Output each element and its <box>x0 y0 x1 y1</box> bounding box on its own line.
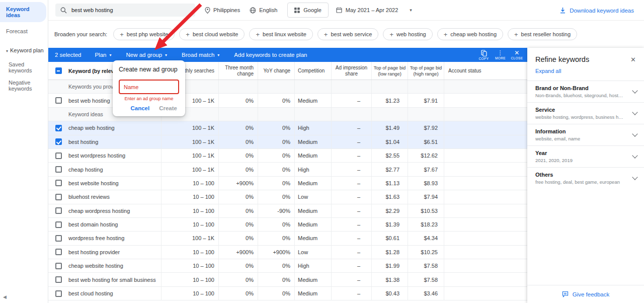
column-header-competition[interactable]: Competition <box>294 62 331 80</box>
sidebar-item-label: Keyword ideas <box>6 6 29 18</box>
refine-section[interactable]: Year 2021, 2020, 2019 <box>527 145 644 167</box>
sidebar-item[interactable]: Keyword plan <box>0 43 48 58</box>
row-checkbox[interactable] <box>55 194 62 200</box>
row-checkbox[interactable] <box>55 180 62 186</box>
create-button[interactable]: Create <box>159 105 177 111</box>
add-keywords-button[interactable]: Add keywords to create plan <box>234 52 307 58</box>
row-checkbox[interactable] <box>55 166 62 173</box>
keyword-search-box[interactable] <box>55 4 195 17</box>
competition-cell: Medium <box>294 273 331 286</box>
chevron-down-icon <box>632 109 637 115</box>
keyword-planner-app: Keyword ideas Forecast Keyword plan Save… <box>0 0 644 303</box>
copy-label: COPY <box>478 57 489 60</box>
close-selection-button[interactable]: ✕ CLOSE <box>509 50 525 60</box>
create-ad-group-dialog: Create new ad group Name Enter an ad gro… <box>113 60 185 116</box>
refine-section-title: Brand or Non-Brand <box>535 85 625 91</box>
row-checkbox[interactable] <box>55 290 62 297</box>
keyword-cell: best hosting <box>68 135 161 148</box>
ad-group-name-input[interactable]: Name <box>119 80 179 94</box>
date-range-selector[interactable]: May 2021 – Apr 2022 <box>336 7 412 13</box>
row-checkbox[interactable] <box>55 235 62 242</box>
yoy-cell: 0% <box>258 259 294 272</box>
column-header-account-status[interactable]: Account status <box>444 62 527 80</box>
sidebar-item[interactable]: Forecast <box>0 24 48 38</box>
searches-cell: 10 – 100 <box>161 246 218 259</box>
expand-all-link[interactable]: Expand all <box>527 63 644 81</box>
low-bid-cell: $1.04 <box>371 135 408 148</box>
refine-section[interactable]: Service website hosting, wordpress, busi… <box>527 102 644 124</box>
give-feedback-button[interactable]: Give feedback <box>562 291 610 297</box>
sidebar-item[interactable]: Keyword ideas <box>0 2 46 22</box>
select-all-checkbox[interactable] <box>55 67 62 74</box>
sidebar-item[interactable]: Negative keywords <box>0 77 48 95</box>
date-range-label: May 2021 – Apr 2022 <box>346 7 398 13</box>
refine-section[interactable]: Brand or Non-Brand Non-Brands, bluehost,… <box>527 81 644 102</box>
table-row: cheap wordpress hosting 10 – 100 0% -90%… <box>48 204 527 218</box>
row-checkbox[interactable] <box>55 207 62 214</box>
column-header-three-month[interactable]: Three month change <box>218 62 258 80</box>
searches-cell: 10 – 100 <box>161 204 218 217</box>
scroll-left-button[interactable]: ◀ <box>3 294 7 299</box>
broad-match-dropdown[interactable]: Broad match <box>182 52 219 58</box>
row-checkbox[interactable] <box>55 249 62 255</box>
column-header-yoy[interactable]: YoY change <box>258 62 294 80</box>
broaden-chip[interactable]: best web service <box>317 28 379 40</box>
competition-cell: Medium <box>294 204 331 217</box>
table-row: best cloud hosting 10 – 100 0% 0% Medium… <box>48 287 527 300</box>
search-input[interactable] <box>71 7 172 13</box>
broaden-chip[interactable]: cheap web hosting <box>437 28 503 40</box>
high-bid-cell: $7.58 <box>408 259 444 272</box>
network-selector[interactable]: Google <box>287 3 328 18</box>
plus-icon <box>120 31 124 38</box>
table-row: best website hosting 10 – 100 +900% 0% M… <box>48 177 527 190</box>
download-keyword-ideas-button[interactable]: Download keyword ideas <box>559 0 634 21</box>
more-button[interactable]: ⋮ MORE <box>492 50 509 60</box>
language-icon <box>250 7 256 14</box>
broaden-chip[interactable]: web hosting <box>383 28 432 40</box>
refine-keywords-panel: Refine keywords ✕ Expand all Brand or No… <box>527 48 644 303</box>
broaden-chip[interactable]: best reseller hosting <box>508 28 577 40</box>
high-bid-cell: $7.58 <box>408 273 444 286</box>
name-error-text: Enter an ad group name <box>119 96 179 101</box>
row-checkbox[interactable] <box>55 276 62 283</box>
dialog-actions: Cancel Create <box>119 105 177 111</box>
row-checkbox[interactable] <box>55 221 62 228</box>
language-selector[interactable]: English <box>250 7 277 14</box>
row-checkbox[interactable] <box>55 153 62 159</box>
refine-section[interactable]: Others free hosting, deal, best game, eu… <box>527 167 644 189</box>
plan-dropdown[interactable]: Plan <box>95 52 111 58</box>
competition-cell: High <box>294 163 331 176</box>
refine-section-subtitle: Non-Brands, bluehost, siteground, hostga… <box>535 93 625 98</box>
column-header-ad-share[interactable]: Ad impression share <box>331 62 371 80</box>
sidebar-item[interactable]: Saved keywords <box>0 58 48 77</box>
topbar: Philippines English Google May 2021 – Ap… <box>48 0 644 21</box>
broaden-chip[interactable]: best cloud website <box>179 28 245 40</box>
language-label: English <box>259 7 277 13</box>
broaden-chip[interactable]: best php website <box>113 28 175 40</box>
three-month-cell: 0% <box>218 121 258 134</box>
download-icon <box>559 7 566 14</box>
column-header-high-bid[interactable]: Top of page bid (high range) <box>408 62 444 80</box>
row-checkbox[interactable] <box>55 125 62 131</box>
cancel-button[interactable]: Cancel <box>130 105 149 111</box>
table-row: cheap website hosting 10 – 100 0% 0% Hig… <box>48 259 527 273</box>
copy-button[interactable]: COPY <box>475 50 492 60</box>
row-checkbox[interactable] <box>55 97 62 104</box>
chip-label: best reseller hosting <box>521 31 571 37</box>
broaden-chip[interactable]: best linux website <box>249 28 312 40</box>
location-selector[interactable]: Philippines <box>205 7 240 14</box>
row-checkbox[interactable] <box>55 138 62 145</box>
row-checkbox[interactable] <box>55 263 62 269</box>
searches-cell: 10 – 100 <box>161 177 218 190</box>
low-bid-cell: $1.38 <box>371 273 408 286</box>
close-panel-icon[interactable]: ✕ <box>630 56 636 63</box>
refine-section[interactable]: Information website, email, name <box>527 124 644 145</box>
new-ad-group-dropdown[interactable]: New ad group <box>126 52 167 58</box>
feedback-bubble-icon <box>562 291 569 297</box>
sidebar-item-label: Saved keywords <box>9 61 32 73</box>
three-month-cell: 0% <box>218 218 258 231</box>
refine-header: Refine keywords ✕ <box>527 48 644 63</box>
refine-section-text: Service website hosting, wordpress, busi… <box>535 107 625 120</box>
column-header-low-bid[interactable]: Top of page bid (low range) <box>371 62 408 80</box>
searches-cell: 100 – 1K <box>161 149 218 162</box>
